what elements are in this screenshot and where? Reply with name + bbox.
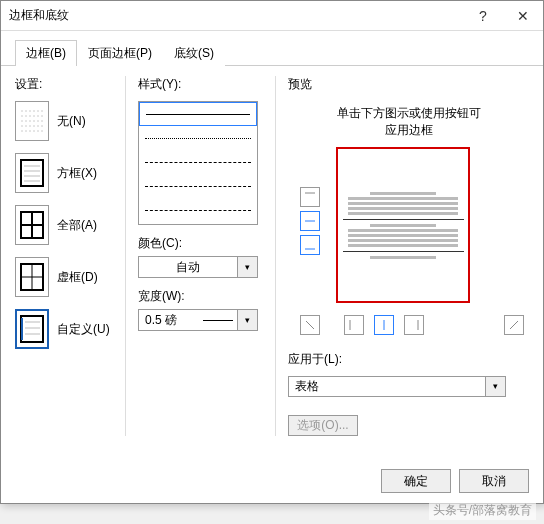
color-value: 自动 <box>139 259 237 276</box>
chevron-down-icon: ▾ <box>485 377 505 396</box>
border-diag-down-button[interactable] <box>300 315 320 335</box>
setting-none-label: 无(N) <box>57 113 86 130</box>
custom-icon <box>15 309 49 349</box>
color-combo[interactable]: 自动 ▾ <box>138 256 258 278</box>
style-listbox[interactable] <box>138 101 258 225</box>
chevron-down-icon: ▾ <box>237 257 257 277</box>
tab-bar: 边框(B) 页面边框(P) 底纹(S) <box>1 31 543 66</box>
style-dashed3[interactable] <box>139 174 257 198</box>
style-label: 样式(Y): <box>138 76 265 93</box>
borders-shading-dialog: 边框和底纹 ? ✕ 边框(B) 页面边框(P) 底纹(S) 设置: 无(N) 方… <box>0 0 544 504</box>
border-top-button[interactable] <box>300 187 320 207</box>
width-sample-line <box>203 320 233 321</box>
setting-custom-label: 自定义(U) <box>57 321 110 338</box>
setting-grid[interactable]: 虚框(D) <box>15 257 115 297</box>
setting-all-label: 全部(A) <box>57 217 97 234</box>
help-button[interactable]: ? <box>463 1 503 31</box>
setting-box-label: 方框(X) <box>57 165 97 182</box>
svg-rect-16 <box>21 316 43 342</box>
preview-label: 预览 <box>288 76 529 93</box>
setting-box[interactable]: 方框(X) <box>15 153 115 193</box>
style-dashed1[interactable] <box>139 126 257 150</box>
setting-all[interactable]: 全部(A) <box>15 205 115 245</box>
dialog-title: 边框和底纹 <box>9 7 69 24</box>
color-label: 颜色(C): <box>138 235 265 252</box>
none-icon <box>15 101 49 141</box>
setting-custom[interactable]: 自定义(U) <box>15 309 115 349</box>
titlebar: 边框和底纹 ? ✕ <box>1 1 543 31</box>
grid-icon <box>15 257 49 297</box>
apply-label: 应用于(L): <box>288 351 529 368</box>
svg-rect-5 <box>21 160 43 186</box>
border-bottom-button[interactable] <box>300 235 320 255</box>
style-dashed2[interactable] <box>139 150 257 174</box>
options-button[interactable]: 选项(O)... <box>288 415 358 436</box>
border-vmid-button[interactable] <box>374 315 394 335</box>
preview-area <box>324 147 524 309</box>
apply-combo[interactable]: 表格 ▾ <box>288 376 506 397</box>
svg-line-23 <box>306 321 314 329</box>
width-value: 0.5 磅 <box>139 312 203 329</box>
settings-label: 设置: <box>15 76 115 93</box>
style-dashed4[interactable] <box>139 198 257 222</box>
box-icon <box>15 153 49 193</box>
border-diag-up-button[interactable] <box>504 315 524 335</box>
setting-grid-label: 虚框(D) <box>57 269 98 286</box>
tab-border[interactable]: 边框(B) <box>15 40 77 66</box>
tab-page-border[interactable]: 页面边框(P) <box>77 40 163 66</box>
cancel-button[interactable]: 取消 <box>459 469 529 493</box>
border-hmid-button[interactable] <box>300 211 320 231</box>
all-icon <box>15 205 49 245</box>
close-button[interactable]: ✕ <box>503 1 543 31</box>
style-solid[interactable] <box>139 102 257 126</box>
setting-none[interactable]: 无(N) <box>15 101 115 141</box>
ok-button[interactable]: 确定 <box>381 469 451 493</box>
preview-document[interactable] <box>336 147 470 303</box>
border-right-button[interactable] <box>404 315 424 335</box>
svg-line-27 <box>510 321 518 329</box>
preview-hint: 单击下方图示或使用按钮可应用边框 <box>288 105 529 139</box>
tab-shading[interactable]: 底纹(S) <box>163 40 225 66</box>
border-left-button[interactable] <box>344 315 364 335</box>
width-combo[interactable]: 0.5 磅 ▾ <box>138 309 258 331</box>
watermark: 头条号/部落窝教育 <box>429 501 536 520</box>
chevron-down-icon: ▾ <box>237 310 257 330</box>
width-label: 宽度(W): <box>138 288 265 305</box>
apply-value: 表格 <box>289 378 485 395</box>
